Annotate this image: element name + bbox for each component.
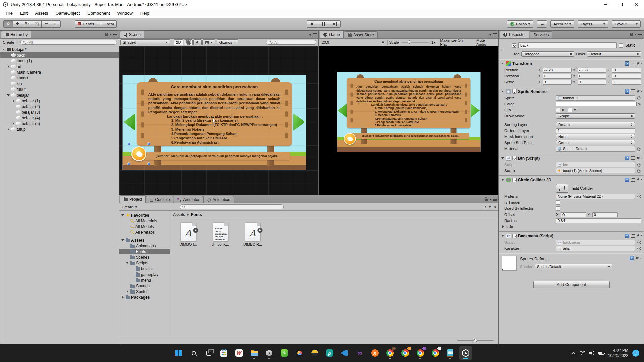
menu-item[interactable]: Assets <box>31 9 52 17</box>
battery-icon[interactable] <box>598 352 604 355</box>
notepad-icon[interactable] <box>444 346 457 360</box>
help-icon[interactable] <box>625 156 629 160</box>
order-in-layer-field[interactable]: 1 <box>556 128 635 133</box>
back-button-sprite[interactable] <box>131 146 146 161</box>
play-button[interactable] <box>307 20 318 28</box>
flip-x-checkbox[interactable] <box>556 108 560 112</box>
start-button-icon[interactable] <box>172 346 185 360</box>
notes-app-icon[interactable] <box>278 346 291 360</box>
picsart-icon[interactable] <box>323 346 336 360</box>
task-view-icon[interactable] <box>202 346 216 360</box>
gizmos-dropdown[interactable]: Gizmos <box>217 39 238 45</box>
add-component-button[interactable]: Add Component <box>533 281 610 288</box>
menu-item[interactable]: Edit <box>16 9 31 17</box>
project-tree-item[interactable]: Animations <box>119 243 170 249</box>
hierarchy-item[interactable]: belajar* <box>0 47 119 52</box>
wooden-sign-sprite[interactable]: Cara membuat akte pendirian perusahaan A… <box>137 78 292 166</box>
help-icon[interactable] <box>625 234 629 238</box>
tab-animation[interactable]: Animation <box>203 196 234 203</box>
layer-dropdown[interactable]: Default <box>587 51 641 57</box>
chevron-down-icon[interactable] <box>309 34 311 36</box>
volume-icon[interactable] <box>589 351 594 355</box>
scene-search-input[interactable]: All <box>266 40 316 45</box>
eyedropper-icon[interactable] <box>638 102 641 106</box>
project-search-input[interactable] <box>180 204 284 209</box>
expand-arrow-icon[interactable] <box>125 290 129 293</box>
expand-arrow-icon[interactable] <box>121 214 125 216</box>
gear-icon[interactable] <box>636 62 639 65</box>
menu-item[interactable]: Component <box>84 9 113 17</box>
fold-arrow-icon[interactable] <box>501 179 505 181</box>
position-y-field[interactable]: -3.58 <box>578 68 606 73</box>
favorites-star-icon[interactable]: ★ <box>494 205 497 209</box>
component-enabled-checkbox[interactable] <box>512 178 517 182</box>
tab-hierarchy[interactable]: Hierarchy <box>1 31 31 38</box>
hierarchy-item[interactable]: belajar <box>0 92 119 98</box>
menu-item[interactable]: File <box>2 9 16 17</box>
rotation-y-field[interactable]: 0 <box>578 74 606 79</box>
rotation-z-field[interactable]: 0 <box>612 74 641 79</box>
lock-icon[interactable] <box>105 34 108 36</box>
script-object-field[interactable]: btn <box>556 162 635 167</box>
project-tree-item[interactable]: All Materials <box>119 218 170 224</box>
thumbnail-zoom-slider[interactable] <box>457 340 494 341</box>
hierarchy-item[interactable]: back <box>0 52 119 58</box>
help-icon[interactable] <box>625 178 629 182</box>
selection-handle[interactable] <box>127 162 130 165</box>
layout-dropdown[interactable]: Layout <box>612 20 641 28</box>
effects-toggle-button[interactable] <box>202 39 215 45</box>
component-enabled-checkbox[interactable] <box>512 89 517 94</box>
project-tree-item[interactable]: Fonts <box>119 249 170 254</box>
project-tree-item[interactable]: menu <box>119 277 170 283</box>
fold-arrow-icon[interactable] <box>501 63 505 64</box>
shader-dropdown[interactable]: Sprites/Default <box>535 264 612 269</box>
account-dropdown[interactable]: Account <box>550 20 574 28</box>
gear-icon[interactable] <box>636 89 639 93</box>
project-tree-item[interactable]: belajar <box>119 266 170 272</box>
hierarchy-item[interactable]: Main Camera <box>0 69 119 75</box>
scale-y-field[interactable]: 1 <box>578 80 606 85</box>
gameobject-name-field[interactable]: back <box>518 42 617 48</box>
project-tree-item[interactable]: gameplay <box>119 272 170 277</box>
pivot-toggle-button[interactable]: Center <box>75 20 97 28</box>
is-trigger-checkbox[interactable] <box>556 200 560 205</box>
material-object-field[interactable]: Sprites-Default <box>556 146 635 152</box>
scale-x-field[interactable]: 1 <box>543 80 572 85</box>
help-icon[interactable] <box>630 256 634 260</box>
search-by-type-icon[interactable]: ✦ <box>484 205 487 209</box>
unity-editor-taskbar-icon[interactable] <box>459 346 472 360</box>
tab-services[interactable]: Services <box>530 31 552 38</box>
active-checkbox[interactable] <box>512 43 516 48</box>
tab-asset-store[interactable]: Asset Store <box>344 31 378 38</box>
expand-arrow-icon[interactable] <box>125 262 129 264</box>
fold-arrow-icon[interactable] <box>501 235 505 237</box>
create-dropdown[interactable]: Create <box>121 205 138 209</box>
fold-arrow-icon[interactable] <box>501 90 505 92</box>
selection-handle[interactable] <box>147 142 150 145</box>
hierarchy-item[interactable]: tutup <box>0 126 119 132</box>
audio-toggle-button[interactable] <box>193 39 202 45</box>
radius-field[interactable]: 0.84 <box>556 218 641 223</box>
rotation-x-field[interactable]: 0 <box>543 74 572 79</box>
project-tree-item[interactable]: All Prefabs <box>119 229 170 235</box>
tag-dropdown[interactable]: Untagged <box>521 51 574 57</box>
offset-y-field[interactable]: 0 <box>592 212 618 217</box>
create-dropdown[interactable]: Create <box>2 40 19 44</box>
project-tree-item[interactable]: Favorites <box>119 212 170 218</box>
scale-slider[interactable] <box>401 42 429 43</box>
edit-collider-button[interactable] <box>556 184 568 193</box>
layers-dropdown[interactable]: Layers <box>578 20 608 28</box>
lock-icon[interactable] <box>630 34 633 36</box>
rect-tool-button[interactable]: ▭ <box>42 20 51 28</box>
chrome-profile-3-icon[interactable] <box>414 346 427 360</box>
static-checkbox[interactable] <box>619 43 623 48</box>
fold-arrow-icon[interactable] <box>501 157 505 159</box>
hierarchy-item[interactable]: tuuut <box>0 86 119 92</box>
taskbar-search-icon[interactable] <box>187 346 201 360</box>
chevron-up-icon[interactable] <box>572 351 575 355</box>
scale-tool-button[interactable]: ◳ <box>32 20 42 28</box>
gear-icon[interactable] <box>636 178 639 182</box>
chevron-down-icon[interactable] <box>635 34 637 35</box>
project-tree-item[interactable]: Sounds <box>119 283 170 289</box>
play-badge-icon[interactable] <box>193 228 198 233</box>
